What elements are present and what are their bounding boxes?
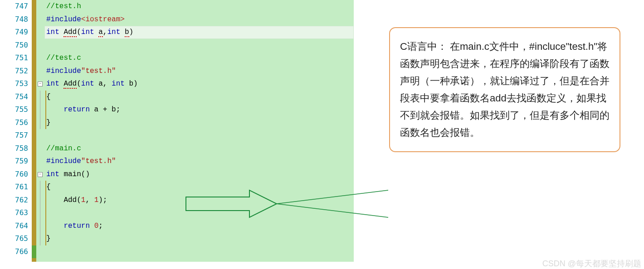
code-line[interactable]: int Add(int a,int b)	[44, 26, 354, 39]
fold-toggle-icon[interactable]: −	[38, 82, 43, 86]
line-number-gutter: 7477487497507517527537547557567577587597…	[0, 0, 32, 262]
fold-toggle-icon[interactable]: −	[38, 172, 43, 177]
code-line[interactable]: //test.h	[44, 0, 354, 13]
code-line[interactable]: int main()	[44, 168, 354, 181]
bookmark-strip	[32, 0, 36, 262]
line-number: 748	[0, 13, 32, 26]
line-number: 757	[0, 129, 32, 142]
block-guide	[45, 181, 46, 245]
line-number: 763	[0, 207, 32, 220]
line-number: 750	[0, 39, 32, 52]
line-number: 760	[0, 168, 32, 181]
line-number: 758	[0, 142, 32, 155]
code-line[interactable]: #include"test.h"	[44, 155, 354, 168]
code-line[interactable]: {	[44, 181, 354, 194]
code-line[interactable]	[44, 39, 354, 52]
line-number: 759	[0, 155, 32, 168]
code-line[interactable]: int Add(int a, int b)	[44, 77, 354, 91]
code-line[interactable]: }	[44, 116, 354, 130]
code-line[interactable]: }	[44, 232, 354, 245]
code-line[interactable]	[44, 207, 354, 220]
code-area[interactable]: //test.h#include<iostream>int Add(int a,…	[44, 0, 354, 262]
line-number: 751	[0, 52, 32, 65]
code-line[interactable]: return 0;	[44, 220, 354, 233]
line-number: 755	[0, 103, 32, 116]
code-line[interactable]: #include"test.h"	[44, 65, 354, 78]
block-guide	[45, 91, 46, 130]
code-line[interactable]: //test.c	[44, 52, 354, 65]
code-line[interactable]: {	[44, 91, 354, 104]
fold-margin: −−	[36, 0, 44, 262]
line-number: 749	[0, 26, 32, 39]
explanation-callout: C语言中： 在main.c文件中，#incluce"test.h"将函数声明包含…	[389, 27, 620, 152]
line-number: 764	[0, 220, 32, 233]
line-number: 762	[0, 194, 32, 207]
code-line[interactable]: Add(1, 1);	[44, 194, 354, 207]
line-number: 747	[0, 0, 32, 13]
line-number: 765	[0, 232, 32, 245]
current-line-marker	[32, 245, 36, 259]
callout-text: C语言中： 在main.c文件中，#incluce"test.h"将函数声明包含…	[400, 41, 610, 138]
line-number: 756	[0, 116, 32, 130]
line-number: 761	[0, 181, 32, 194]
line-number: 753	[0, 77, 32, 91]
line-number: 766	[0, 245, 32, 259]
code-editor[interactable]: 7477487497507517527537547557567577587597…	[0, 0, 354, 262]
code-line[interactable]: #include<iostream>	[44, 13, 354, 26]
code-line[interactable]: return a + b;	[44, 103, 354, 116]
code-line[interactable]: //main.c	[44, 142, 354, 155]
line-number: 752	[0, 65, 32, 78]
line-number: 754	[0, 91, 32, 104]
code-line[interactable]	[44, 245, 354, 259]
watermark: CSDN @每天都要坚持刷题	[542, 258, 641, 269]
code-line[interactable]	[44, 129, 354, 142]
